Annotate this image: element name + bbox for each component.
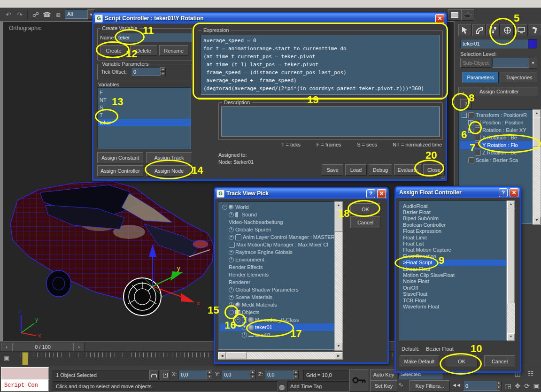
track-tree-item[interactable]: Render Elements <box>220 271 334 278</box>
controller-type-item[interactable]: Noise Float <box>403 278 506 284</box>
save-button[interactable]: Save <box>322 164 343 176</box>
track-tree-item[interactable]: Render Effects <box>220 263 334 271</box>
track-tree-item[interactable]: + Globale Spuren <box>220 226 334 233</box>
rename-variable-button[interactable]: Rename <box>159 45 188 56</box>
absolute-offset-mode-icon[interactable] <box>161 370 170 380</box>
current-frame-field[interactable]: 0 <box>463 381 500 391</box>
close-window-icon[interactable]: ✕ <box>510 188 518 197</box>
variable-item[interactable]: F <box>98 89 191 96</box>
go-to-start-icon[interactable]: ◄◄ <box>452 382 460 388</box>
z-spinner[interactable]: ▲▼ <box>293 370 299 379</box>
variable-item[interactable]: NT <box>98 96 191 104</box>
branch-toggle-icon[interactable]: + <box>229 302 234 307</box>
controller-list-scrollbar[interactable]: ▲ ▼ <box>507 200 515 341</box>
controller-tree-item[interactable]: - Rotation : Euler XY <box>460 126 532 134</box>
track-tree-item[interactable]: + Environment <box>220 256 334 263</box>
track-view-pick-titlebar[interactable]: G Track View Pick ? ✕ <box>215 188 387 199</box>
sub-object-button[interactable]: Sub-Object <box>460 58 491 68</box>
controller-type-item[interactable]: Bezier Float <box>403 209 506 215</box>
menu-item[interactable] <box>30 3 38 4</box>
maxscript-listener-pane[interactable]: Script Con <box>1 379 49 392</box>
assign-constant-button[interactable]: Assign Constant <box>97 152 143 163</box>
evaluate-button[interactable]: Evaluate <box>394 164 421 176</box>
sub-object-dropdown-arrow-icon[interactable]: ▼ <box>529 58 537 69</box>
track-tree-item[interactable]: + Sound <box>220 211 334 218</box>
controller-type-item[interactable]: Biped SubAnim <box>403 215 506 222</box>
controller-type-item[interactable]: Float Reaction <box>403 253 506 259</box>
variable-item[interactable]: teker <box>98 119 191 126</box>
assign-float-controller-titlebar[interactable]: Assign Float Controller ? ✕ <box>396 187 520 198</box>
time-slider[interactable]: 0 / 100 <box>12 343 73 351</box>
y-spinner[interactable]: ▲▼ <box>250 370 255 379</box>
x-spinner[interactable]: ▲▼ <box>207 370 212 379</box>
tick-offset-field[interactable]: 0 <box>131 67 164 76</box>
select-and-link-icon[interactable]: ☍ <box>30 9 41 20</box>
time-slider-marker[interactable] <box>22 352 28 365</box>
track-tree-hscrollbar[interactable]: ◀ ▶ <box>218 352 343 360</box>
expand-toggle-icon[interactable]: - <box>468 128 473 133</box>
scroll-down-icon[interactable]: ▼ <box>533 217 541 224</box>
render-scene-dialog-icon[interactable] <box>448 9 461 21</box>
create-variable-button[interactable]: Create <box>100 45 127 56</box>
menu-item[interactable] <box>23 3 30 4</box>
quick-render-teapot-icon[interactable] <box>461 9 474 21</box>
assign-node-button[interactable]: Assign Node <box>146 165 192 177</box>
controller-type-item[interactable]: >Float Script <box>403 260 506 266</box>
branch-toggle-icon[interactable]: - <box>229 310 234 315</box>
time-slider-next-icon[interactable]: › <box>73 343 85 351</box>
branch-toggle-icon[interactable]: + <box>229 212 234 217</box>
delete-variable-button[interactable]: Delete <box>130 45 157 56</box>
variable-item[interactable]: T <box>98 111 191 119</box>
motion-tab-icon[interactable] <box>501 24 514 36</box>
x-coordinate-field[interactable]: 0,0 <box>178 370 210 379</box>
ok-button[interactable]: OK <box>350 203 380 215</box>
menu-item[interactable] <box>83 3 90 4</box>
controller-type-item[interactable]: Motion Clip SlaveFloat <box>403 272 506 278</box>
controller-type-item[interactable]: SlaveFloat <box>403 291 506 297</box>
controller-type-item[interactable]: AudioFloat <box>403 203 506 209</box>
close-window-icon[interactable]: ✕ <box>435 14 444 23</box>
scroll-up-icon[interactable]: ▲ <box>335 202 342 209</box>
track-tree-item[interactable]: + Line01 <box>220 331 334 338</box>
branch-toggle-icon[interactable]: + <box>242 332 247 338</box>
expand-toggle-icon[interactable]: - <box>462 113 467 118</box>
variable-item[interactable]: S <box>98 104 191 111</box>
key-filters-button[interactable]: Key Filters... <box>410 380 450 392</box>
controller-type-item[interactable]: Linear Float <box>403 266 506 272</box>
hierarchy-tab-icon[interactable] <box>487 24 500 36</box>
expand-toggle-icon[interactable]: + <box>468 120 473 125</box>
script-controller-titlebar[interactable]: G Script Controller : teker01\Y Rotation… <box>93 13 446 23</box>
y-coordinate-field[interactable]: 0,0 <box>222 370 254 379</box>
track-tree-item[interactable]: + Scene Materials <box>220 293 334 301</box>
resize-grip[interactable]: ◫ <box>441 175 445 179</box>
cancel-button[interactable]: Cancel <box>350 216 380 228</box>
track-tree-item[interactable]: Max MotionClip Manager : Max Mixer Cl <box>220 241 334 248</box>
track-tree-item[interactable]: + Anim Layer Control Manager : MASTER <box>220 233 334 241</box>
branch-toggle-icon[interactable]: + <box>229 235 234 240</box>
menu-item[interactable] <box>0 3 8 4</box>
maximize-viewport-icon[interactable]: ▣ <box>531 381 541 391</box>
help-icon[interactable]: ? <box>499 188 508 197</box>
selection-lock-icon[interactable] <box>149 370 159 380</box>
controller-tree-item[interactable]: Z Rotation : Be <box>460 149 532 156</box>
variable-name-field[interactable]: teker <box>116 33 192 42</box>
scroll-down-icon[interactable]: ▼ <box>507 333 515 341</box>
tick-offset-spinner[interactable]: ▲▼ <box>160 67 166 76</box>
ok-button[interactable]: OK <box>446 355 478 367</box>
controller-type-item[interactable]: TCB Float <box>403 297 506 303</box>
load-button[interactable]: Load <box>345 164 367 176</box>
time-slider-prev-icon[interactable]: ‹ <box>1 343 12 351</box>
expression-editor[interactable]: average_speed = 0 for t = animationrange… <box>201 35 440 95</box>
open-mini-curve-editor-icon[interactable]: ▣ <box>4 354 9 361</box>
menu-item[interactable] <box>68 3 75 4</box>
object-name-field[interactable]: teker01 <box>460 39 531 48</box>
scroll-left-icon[interactable]: ◀ <box>218 352 226 359</box>
assign-controller-button[interactable]: ? <box>460 99 471 108</box>
assign-track-button[interactable]: Assign Track <box>146 152 192 163</box>
track-tree-item[interactable]: - World <box>220 203 334 211</box>
controller-type-item[interactable]: Waveform Float <box>403 303 506 309</box>
controller-type-item[interactable]: Float Expression <box>403 228 506 234</box>
track-tree-item[interactable]: + Medit Materials <box>220 301 334 308</box>
track-tree-vscrollbar[interactable]: ▲ ▼ <box>334 201 343 351</box>
branch-toggle-icon[interactable]: - <box>235 317 240 323</box>
